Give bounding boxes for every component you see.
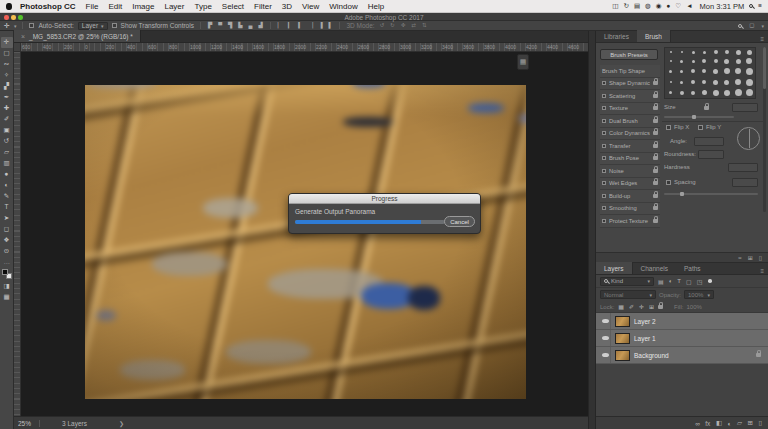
blur-tool[interactable]: ● — [1, 169, 13, 180]
brush-option-item[interactable]: Wet Edges — [600, 178, 660, 191]
brush-preset-item[interactable] — [733, 87, 744, 98]
3d-drag-icon[interactable]: ✜ — [400, 23, 407, 29]
hand-tool[interactable]: ❖ — [1, 235, 13, 246]
dodge-tool[interactable]: ◐ — [1, 180, 13, 191]
battery-icon[interactable]: ◉ — [656, 3, 662, 10]
lock-transparency-icon[interactable]: ▦ — [617, 303, 625, 310]
layer-visibility-toggle[interactable] — [600, 330, 611, 346]
brush-preset-item[interactable] — [721, 77, 732, 88]
layer-visibility-toggle[interactable] — [600, 313, 611, 329]
brush-preset-item[interactable] — [699, 77, 710, 88]
brush-preset-item[interactable] — [665, 57, 676, 67]
lock-icon[interactable] — [653, 94, 658, 98]
layer-filter-toggle-icon[interactable] — [708, 279, 712, 283]
view[interactable]: View — [297, 2, 324, 11]
brush-option-checkbox[interactable] — [602, 194, 606, 198]
align-bottom-edges-icon[interactable]: ▜ — [227, 23, 233, 29]
crop-tool[interactable]: ▞ — [1, 81, 13, 92]
canvas[interactable]: ▦ — [21, 52, 588, 416]
filter-pixel-layers-icon[interactable]: ▤ — [657, 278, 665, 285]
lock-icon[interactable] — [653, 194, 658, 198]
brush-option-checkbox[interactable] — [602, 131, 606, 135]
layer-thumbnail[interactable] — [615, 316, 630, 327]
screen-mode-tool[interactable]: ▦ — [1, 292, 13, 303]
angle-field[interactable] — [694, 137, 724, 146]
brush-preset-item[interactable] — [744, 77, 755, 88]
link-layers-icon[interactable]: ∞ — [695, 420, 700, 427]
brush-preset-item[interactable] — [710, 48, 721, 57]
align-right-edges-icon[interactable]: ▟ — [257, 23, 263, 29]
brush-preset-item[interactable] — [676, 48, 687, 57]
color-swatches[interactable] — [2, 269, 12, 279]
pen-tool[interactable]: ✎ — [1, 191, 13, 202]
brush-preset-item[interactable] — [699, 66, 710, 77]
brush-preset-item[interactable] — [688, 87, 699, 98]
select[interactable]: Select — [217, 2, 249, 11]
brush-option-checkbox[interactable] — [602, 181, 606, 185]
help[interactable]: Help — [363, 2, 389, 11]
brush-preset-item[interactable] — [710, 66, 721, 77]
layer-row[interactable]: Background — [596, 347, 768, 364]
brush-option-item[interactable]: Color Dynamics — [600, 128, 660, 141]
roundness-field[interactable] — [698, 150, 724, 159]
size-lock-icon[interactable] — [704, 106, 709, 110]
eraser-tool[interactable]: ▱ — [1, 147, 13, 158]
photoshop-cc[interactable]: Photoshop CC — [20, 2, 81, 11]
auto-select-dropdown[interactable]: Layer ▾ — [78, 22, 108, 30]
zoom-tool[interactable]: ⊙ — [1, 246, 13, 257]
size-value-field[interactable] — [732, 103, 758, 112]
brush-option-checkbox[interactable] — [602, 119, 606, 123]
brush-preset-item[interactable] — [699, 57, 710, 67]
brush-preset-item[interactable] — [744, 48, 755, 57]
history-brush-tool[interactable]: ↺ — [1, 136, 13, 147]
brush-preset-item[interactable] — [665, 87, 676, 98]
brush-preset-item[interactable] — [688, 48, 699, 57]
brush-preset-item[interactable] — [744, 57, 755, 67]
brush-tool[interactable]: ✐ — [1, 114, 13, 125]
lock-all-icon[interactable] — [658, 305, 663, 309]
brush-option-item[interactable]: Texture — [600, 103, 660, 116]
rectangular-marquee-tool[interactable]: ▢ — [1, 48, 13, 59]
paths[interactable]: Paths — [676, 262, 709, 274]
tool-preset-caret-icon[interactable]: ▾ — [14, 23, 17, 29]
spacing-checkbox[interactable] — [666, 180, 671, 185]
foreground-color-swatch[interactable] — [2, 269, 8, 275]
clone-stamp-tool[interactable]: ▣ — [1, 125, 13, 136]
window[interactable]: Window — [324, 2, 362, 11]
brush-preset-item[interactable] — [710, 57, 721, 67]
align-vertical-centers-icon[interactable]: ▀ — [217, 23, 223, 29]
brush-preset-item[interactable] — [688, 77, 699, 88]
lock-icon[interactable] — [653, 144, 658, 148]
brush-preset-item[interactable] — [721, 66, 732, 77]
input-source-icon[interactable]: ◫ — [612, 3, 618, 10]
brush-option-checkbox[interactable] — [602, 206, 606, 210]
brush[interactable]: Brush — [637, 30, 671, 42]
brush-option-item[interactable]: Transfer — [600, 140, 660, 153]
layer-thumbnail[interactable] — [615, 350, 630, 361]
lock-icon[interactable] — [653, 219, 658, 223]
document-tab[interactable]: × _MG_5853.CR2 @ 25% (RGB/16) * — [14, 30, 141, 42]
workspace-switcher-icon[interactable]: ▢ — [748, 23, 755, 29]
brush-preset-item[interactable] — [744, 87, 755, 98]
3d-scale-icon[interactable]: ⇅ — [421, 23, 428, 29]
brush-option-item[interactable]: Smoothing — [600, 203, 660, 216]
brush-preset-item[interactable] — [676, 87, 687, 98]
edit-toolbar-icon[interactable]: ⋯ — [4, 259, 10, 266]
distribute-right-icon[interactable]: ▌ — [328, 23, 334, 29]
lock-icon[interactable] — [653, 106, 658, 110]
opacity-field[interactable]: 100% ▾ — [684, 290, 714, 299]
panel-menu-icon[interactable]: ≡ — [760, 268, 768, 274]
distribute-vcenter-icon[interactable]: ▎ — [287, 23, 293, 29]
3d-slide-icon[interactable]: ⇄ — [410, 23, 417, 29]
lock-icon[interactable] — [653, 181, 658, 185]
brush-preset-item[interactable] — [676, 57, 687, 67]
spotlight-search-icon[interactable] — [749, 4, 753, 8]
wifi-icon[interactable]: ◍ — [645, 3, 651, 10]
3d-roll-icon[interactable]: ↻ — [389, 23, 396, 29]
move-tool[interactable]: ✛ — [1, 37, 13, 48]
brush-option-item[interactable]: Scattering — [600, 90, 660, 103]
brush-preset-item[interactable] — [665, 66, 676, 77]
3d-rotate-icon[interactable]: ↺ — [379, 23, 386, 29]
heart-icon[interactable]: ♡ — [675, 3, 681, 10]
layer-group-icon[interactable]: ▱ — [737, 419, 742, 427]
